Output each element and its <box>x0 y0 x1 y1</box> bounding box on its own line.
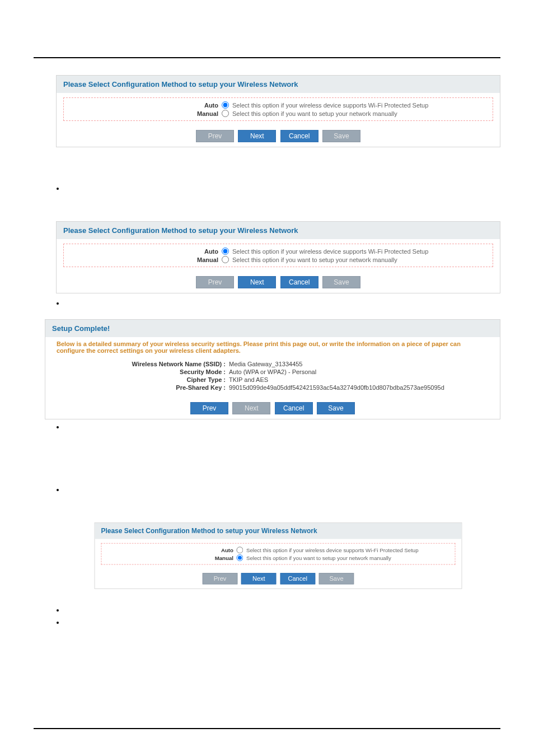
ssid-value: Media Gateway_31334455 <box>229 361 302 367</box>
cipher-type-label: Cipher Type : <box>52 376 229 383</box>
auto-label: Auto <box>105 547 237 553</box>
manual-desc: Select this option if you want to setup … <box>246 555 391 561</box>
step-bullet-6 <box>65 618 500 627</box>
auto-label: Auto <box>67 248 222 255</box>
auto-label: Auto <box>67 102 222 109</box>
config-method-panel-2: Please Select Configuration Method to se… <box>56 221 500 293</box>
save-button: Save <box>319 573 354 584</box>
auto-desc: Select this option if your wireless devi… <box>232 102 428 109</box>
prev-button: Prev <box>203 573 238 584</box>
cancel-button[interactable]: Cancel <box>275 402 313 414</box>
prev-button: Prev <box>196 276 234 288</box>
psk-value: 99015d099de49a05ddf542421593ac54a32749d0… <box>229 384 444 391</box>
ssid-label: Wireless Network Name (SSID) : <box>52 361 229 367</box>
auto-radio[interactable] <box>222 101 229 109</box>
manual-label: Manual <box>67 110 222 117</box>
manual-radio[interactable] <box>222 256 229 263</box>
manual-label: Manual <box>67 256 222 263</box>
psk-label: Pre-Shared Key : <box>52 384 229 391</box>
auto-desc: Select this option if your wireless devi… <box>232 248 428 255</box>
panel-title: Please Select Configuration Method to se… <box>57 222 500 239</box>
step-bullet-5 <box>65 606 500 615</box>
panel-title: Please Select Configuration Method to se… <box>57 76 500 93</box>
config-method-panel-3: Please Select Configuration Method to se… <box>95 522 462 589</box>
step-bullet-1 <box>65 184 500 193</box>
setup-complete-panel: Setup Complete! Below is a detailed summ… <box>45 319 500 419</box>
save-button[interactable]: Save <box>317 402 355 414</box>
step-bullet-3 <box>65 423 500 432</box>
next-button[interactable]: Next <box>238 276 276 288</box>
auto-radio[interactable] <box>236 547 243 553</box>
options-box: Auto Select this option if your wireless… <box>101 543 456 565</box>
security-mode-value: Auto (WPA or WPA2) - Personal <box>229 368 316 375</box>
auto-radio[interactable] <box>222 248 229 255</box>
next-button[interactable]: Next <box>241 573 277 584</box>
cancel-button[interactable]: Cancel <box>280 130 318 142</box>
next-button[interactable]: Next <box>238 130 276 142</box>
manual-desc: Select this option if you want to setup … <box>232 110 397 117</box>
manual-desc: Select this option if you want to setup … <box>232 256 397 263</box>
next-button: Next <box>232 402 270 414</box>
step-bullet-2 <box>65 299 500 308</box>
cipher-type-value: TKIP and AES <box>229 376 268 383</box>
prev-button[interactable]: Prev <box>190 402 228 414</box>
auto-desc: Select this option if your wireless devi… <box>246 547 419 553</box>
footer-rule <box>34 728 500 729</box>
panel-title: Please Select Configuration Method to se… <box>95 523 461 539</box>
summary-text: Below is a detailed summary of your wire… <box>52 338 493 360</box>
header-rule <box>34 57 500 58</box>
security-mode-label: Security Mode : <box>52 368 229 375</box>
manual-radio[interactable] <box>222 110 229 117</box>
save-button: Save <box>322 276 360 288</box>
options-box: Auto Select this option if your wireless… <box>63 244 493 267</box>
config-method-panel-1: Please Select Configuration Method to se… <box>56 75 500 147</box>
manual-radio[interactable] <box>236 554 243 561</box>
page: Please Select Configuration Method to se… <box>0 0 534 756</box>
cancel-button[interactable]: Cancel <box>280 573 315 584</box>
options-box: Auto Select this option if your wireless… <box>63 97 493 121</box>
manual-label: Manual <box>105 555 237 561</box>
panel-title: Setup Complete! <box>45 320 500 337</box>
prev-button: Prev <box>196 130 234 142</box>
step-bullet-4 <box>65 486 500 494</box>
save-button: Save <box>322 130 360 142</box>
cancel-button[interactable]: Cancel <box>280 276 318 288</box>
